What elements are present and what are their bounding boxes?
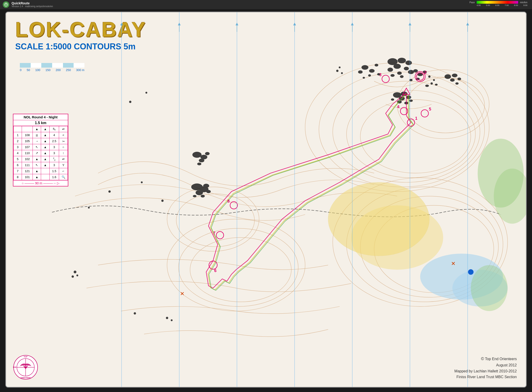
teo-logo: TOP ORIENTEERS END bbox=[13, 355, 38, 380]
grid-line-4 bbox=[294, 12, 295, 387]
pace-labels: 4:00 5:00 6:00 7:00 8:00 9:00 bbox=[477, 4, 527, 6]
course-table: ▲ ▲ 85 ⇌ 1 108 ||| ▲ 4 < 2 105 bbox=[13, 126, 68, 180]
scale-seg-4 bbox=[52, 63, 63, 68]
north-arrow-5 bbox=[352, 25, 353, 32]
svg-text:END: END bbox=[13, 366, 17, 368]
table-row: ▲ ▲ 85 ⇌ bbox=[14, 126, 68, 132]
scale-bar-container: 0 50 100 150 200 250 300 m bbox=[20, 63, 84, 72]
course-card: NOL Round 4 - Night 1.5 km ▲ ▲ 85 ⇌ 1 10… bbox=[13, 114, 68, 187]
app-logo bbox=[3, 1, 9, 8]
north-arrow-6 bbox=[410, 25, 410, 32]
table-row: 4 110 ↗ ▲ 3 ↑ bbox=[14, 150, 68, 156]
grid-line-7 bbox=[467, 12, 468, 387]
scale-seg-6 bbox=[74, 63, 84, 68]
grid-line-5 bbox=[352, 12, 353, 387]
svg-text:TOP: TOP bbox=[24, 356, 28, 358]
copyright-line3: Mapped by Lachlan Hallett 2010-2012 bbox=[454, 368, 517, 374]
copyright-line2: August 2012 bbox=[454, 362, 517, 368]
pace-label: Pace bbox=[470, 1, 475, 4]
map-title-area: LOK-CABAY SCALE 1:5000 CONTOURS 5m bbox=[15, 19, 146, 51]
north-arrow-4 bbox=[294, 25, 295, 32]
map-container: 1 2 3 4 5 6 7 8 LOK-C bbox=[5, 12, 527, 388]
scale-seg-2 bbox=[31, 63, 42, 68]
app-title-block: QuickRoute Version 2.4 mattroeng.se/quic… bbox=[12, 1, 53, 8]
scale-seg-3 bbox=[41, 63, 52, 68]
svg-text:ORIENTEERS: ORIENTEERS bbox=[20, 377, 31, 379]
table-row: 1 108 ||| ▲ 4 < bbox=[14, 132, 68, 138]
copyright-line4: Finiss River Land Trust MBC Section bbox=[454, 374, 517, 380]
grid-line-3 bbox=[237, 12, 237, 387]
course-footer: ○ ——— 90 m ———→ ▷ bbox=[13, 180, 68, 186]
north-arrow-1 bbox=[121, 25, 122, 32]
app-version: Version 2.4 mattroeng.se/quickroute/en bbox=[12, 5, 53, 8]
scale-seg-5 bbox=[63, 63, 74, 68]
table-row: 8 101 ▲ 1.6 🔍 bbox=[14, 174, 68, 180]
course-card-title: NOL Round 4 - Night bbox=[13, 114, 68, 120]
pace-bar: Pace min/km 4:00 5:00 6:00 7:00 8:00 9:0… bbox=[470, 1, 527, 6]
scale-bar bbox=[20, 63, 84, 68]
table-row: 2 105 → ▲ 2.5 >• bbox=[14, 138, 68, 144]
copyright-line1: © Top End Orienteers bbox=[454, 355, 517, 362]
map-title: LOK-CABAY bbox=[15, 19, 146, 40]
table-row: 7 121 ▲ 1.5 ⌐ bbox=[14, 168, 68, 174]
table-row: 3 107 ↖ ▲ 3 ○ bbox=[14, 144, 68, 150]
scale-seg-1 bbox=[20, 63, 31, 68]
app-title: QuickRoute bbox=[12, 1, 53, 5]
pace-gradient bbox=[477, 1, 518, 4]
course-card-distance: 1.5 km bbox=[13, 120, 68, 126]
grid-line-6 bbox=[410, 12, 410, 387]
copyright-block: © Top End Orienteers August 2012 Mapped … bbox=[454, 355, 517, 380]
table-row: 5 102 ▲ ▲ 22 ⇌ bbox=[14, 156, 68, 162]
table-row: 6 111 ↖ ▲ 3 Y bbox=[14, 162, 68, 168]
map-scale: SCALE 1:5000 CONTOURS 5m bbox=[15, 42, 146, 51]
topbar: QuickRoute Version 2.4 mattroeng.se/quic… bbox=[0, 0, 532, 9]
scale-labels: 0 50 100 150 200 250 300 m bbox=[20, 68, 84, 72]
grid-line-1 bbox=[121, 12, 122, 387]
north-arrow-3 bbox=[237, 25, 237, 32]
pace-unit: min/km bbox=[520, 1, 527, 4]
north-arrow-7 bbox=[467, 25, 468, 32]
north-arrow-2 bbox=[179, 25, 179, 32]
grid-line-2 bbox=[179, 12, 179, 387]
